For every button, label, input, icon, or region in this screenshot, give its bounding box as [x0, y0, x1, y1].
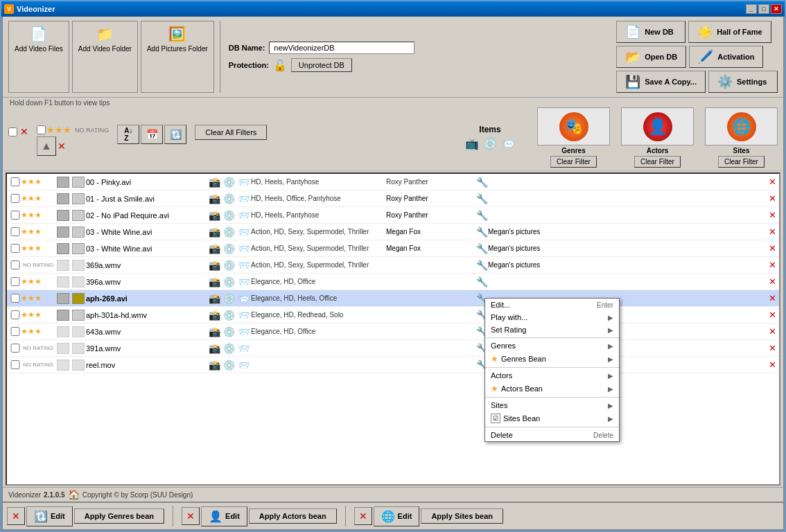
- table-row[interactable]: NO RATING 369a.wmv 📸 💿 📨 Action, HD, Sex…: [7, 257, 779, 274]
- row-checkbox[interactable]: [10, 194, 21, 203]
- ctx-actors-item[interactable]: Actors ▶: [485, 369, 619, 382]
- row-filename[interactable]: 03 - White Wine.avi: [86, 245, 207, 253]
- actors-edit-button[interactable]: 👤 Edit: [201, 506, 247, 526]
- row-checkbox[interactable]: [10, 227, 21, 236]
- table-row[interactable]: ★★★ 643a.wmv 📸 💿 📨 Elegance, HD, Office …: [7, 323, 779, 340]
- sites-apply-button[interactable]: Apply Sites bean: [421, 508, 503, 524]
- version-status: 2.1.0.5: [44, 491, 65, 499]
- sites-clear-filter-button[interactable]: Clear Filter: [718, 156, 765, 168]
- row-filename[interactable]: 02 - No iPad Require.avi: [86, 211, 207, 220]
- actors-label: Actors: [647, 147, 669, 154]
- ctx-actors-bean-item[interactable]: ★ Actors Bean ▶: [485, 382, 619, 396]
- x-sort-icon[interactable]: ✕: [58, 141, 66, 152]
- genres-apply-button[interactable]: Apply Genres bean: [74, 508, 164, 524]
- items-label: Items: [479, 125, 500, 134]
- db-name-input[interactable]: [269, 42, 414, 54]
- table-row[interactable]: ★★★ 00 - Pinky.avi 📸 💿 📨 HD, Heels, Pant…: [7, 174, 779, 190]
- table-row[interactable]: ★★★ 03 - White Wine.avi 📸 💿 📨 Action, HD…: [7, 224, 779, 240]
- row-checkbox[interactable]: [10, 244, 21, 253]
- table-row[interactable]: ★★★ 01 - Just a Smile.avi 📸 💿 📨 HD, Heel…: [7, 190, 779, 207]
- new-db-button[interactable]: 📄 New DB: [616, 21, 685, 43]
- row-genres: HD, Heels, Pantyhose: [251, 211, 386, 219]
- row-checkbox[interactable]: [10, 344, 21, 353]
- row-filename[interactable]: 643a.wmv: [86, 328, 207, 336]
- sites-edit-button[interactable]: 🌐 Edit: [374, 506, 420, 526]
- row-genres: Elegance, HD, Redhead, Solo: [251, 311, 386, 319]
- ctx-play-item[interactable]: Play with... ▶: [485, 311, 619, 323]
- add-video-folder-button[interactable]: 📁 Add Video Folder: [72, 21, 138, 93]
- row-filename[interactable]: aph-269.avi: [86, 294, 207, 303]
- open-db-button[interactable]: 📂 Open DB: [616, 46, 686, 68]
- delete-selected-icon[interactable]: ✕: [20, 126, 28, 137]
- items-icon-3: 📨: [501, 137, 515, 150]
- actors-close-button[interactable]: ✕: [182, 507, 200, 525]
- sites-close-button[interactable]: ✕: [354, 507, 372, 525]
- ctx-sites-item[interactable]: Sites ▶: [485, 399, 619, 411]
- genres-label: Genres: [561, 147, 585, 154]
- table-row[interactable]: ★★★ 396a.wmv 📸 💿 📨 Elegance, HD, Office …: [7, 274, 779, 290]
- ctx-genres-item[interactable]: Genres ▶: [485, 339, 619, 352]
- close-btn[interactable]: ✕: [771, 4, 782, 14]
- ctx-delete-item[interactable]: Delete Delete: [485, 429, 619, 441]
- row-actors: Megan Fox: [386, 245, 476, 252]
- activation-button[interactable]: 🖊️ Activation: [689, 46, 763, 68]
- table-row[interactable]: NO RATING reel.mov 📸 💿 📨 🔧 ✕: [7, 357, 779, 373]
- row-checkbox[interactable]: [10, 294, 21, 303]
- maximize-btn[interactable]: □: [758, 4, 769, 14]
- row-checkbox[interactable]: [10, 211, 21, 220]
- table-row[interactable]: ★★★ 02 - No iPad Require.avi 📸 💿 📨 HD, H…: [7, 207, 779, 224]
- row-filename[interactable]: 391a.wmv: [86, 344, 207, 353]
- app-name-status: Videonizer: [8, 491, 41, 499]
- settings-button[interactable]: ⚙️ Settings: [708, 71, 778, 93]
- hall-of-fame-button[interactable]: 🌟 Hall of Fame: [688, 21, 771, 43]
- row-actors: Roxy Panther: [386, 211, 476, 219]
- genres-edit-button[interactable]: 🔃 Edit: [26, 506, 73, 526]
- row-filename[interactable]: 01 - Just a Smile.avi: [86, 195, 207, 203]
- ctx-genres-bean-item[interactable]: ★ Genres Bean ▶: [485, 352, 619, 366]
- row-filename[interactable]: 396a.wmv: [86, 278, 207, 286]
- sort-az-btn[interactable]: A↓Z: [117, 125, 139, 144]
- row-filename[interactable]: 00 - Pinky.avi: [86, 178, 207, 186]
- row-filename[interactable]: aph-301a-hd.wmv: [86, 311, 207, 319]
- unprotect-db-button[interactable]: Unprotect DB: [291, 58, 352, 72]
- row-checkbox[interactable]: [10, 177, 21, 186]
- row-checkbox[interactable]: [10, 327, 21, 336]
- table-row[interactable]: NO RATING 391a.wmv 📸 💿 📨 🔧 ✕: [7, 340, 779, 357]
- table-row[interactable]: ★★★ aph-269.avi 📸 💿 📨 Elegance, HD, Heel…: [7, 290, 779, 307]
- row-genres: HD, Heels, Office, Pantyhose: [251, 195, 386, 202]
- ctx-sites-bean-item[interactable]: ☑ Sites Bean ▶: [485, 411, 619, 425]
- genres-close-button[interactable]: ✕: [7, 507, 25, 525]
- minimize-btn[interactable]: _: [746, 4, 757, 14]
- row-genres: Elegance, HD, Office: [251, 328, 386, 335]
- select-all-checkbox[interactable]: [8, 127, 17, 136]
- sites-label: Sites: [733, 147, 750, 154]
- actors-apply-button[interactable]: Apply Actors bean: [249, 508, 337, 524]
- context-menu: Edit... Enter Play with... ▶ Set Rating …: [484, 298, 620, 442]
- genres-clear-filter-button[interactable]: Clear Filter: [550, 156, 597, 168]
- sites-bottom-group: ✕ 🌐 Edit Apply Sites bean: [354, 506, 503, 526]
- row-actors: Megan Fox: [386, 228, 476, 236]
- ctx-rating-item[interactable]: Set Rating ▶: [485, 323, 619, 336]
- row-filename[interactable]: 369a.wmv: [86, 261, 207, 269]
- protection-label: Protection:: [229, 61, 269, 69]
- db-name-label: DB Name:: [229, 44, 265, 52]
- row-checkbox[interactable]: [10, 277, 21, 286]
- row-checkbox[interactable]: [10, 360, 21, 369]
- sort-calendar-btn[interactable]: 📅: [141, 125, 163, 144]
- table-row[interactable]: ★★★ 03 - White Wine.avi 📸 💿 📨 Action, HD…: [7, 240, 779, 257]
- row-filename[interactable]: reel.mov: [86, 361, 207, 369]
- add-video-files-button[interactable]: 📄 Add Video Files: [8, 21, 69, 93]
- ctx-edit-item[interactable]: Edit... Enter: [485, 299, 619, 311]
- row-checkbox[interactable]: [10, 260, 21, 269]
- row-checkbox[interactable]: [10, 310, 21, 319]
- table-row[interactable]: ★★★ aph-301a-hd.wmv 📸 💿 📨 Elegance, HD, …: [7, 307, 779, 323]
- clear-all-filters-button[interactable]: Clear All Filters: [195, 125, 267, 140]
- add-pictures-folder-button[interactable]: 🖼️ Add Pictures Folder: [141, 21, 214, 93]
- actors-clear-filter-button[interactable]: Clear Filter: [634, 156, 681, 168]
- sort-custom-btn[interactable]: 🔃: [164, 125, 186, 144]
- row-filename[interactable]: 03 - White Wine.avi: [86, 228, 207, 236]
- save-copy-button[interactable]: 💾 Save A Copy...: [616, 71, 706, 93]
- window-controls[interactable]: _ □ ✕: [746, 4, 782, 14]
- row-genres: Action, HD, Sexy, Supermodel, Thriller: [251, 245, 386, 252]
- star-filter-checkbox[interactable]: [37, 125, 46, 134]
